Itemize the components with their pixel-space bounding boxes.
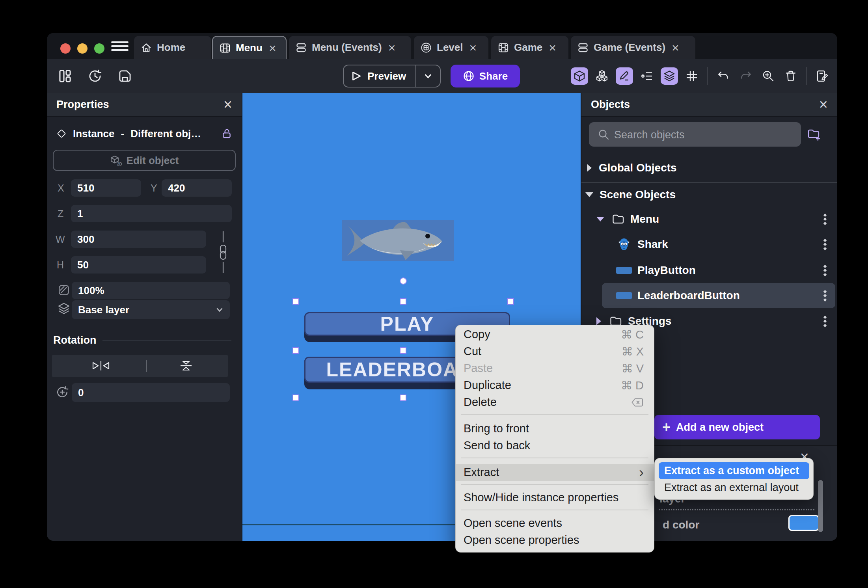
section-divider (581, 182, 837, 183)
save-icon[interactable] (116, 67, 134, 85)
tab-close-icon[interactable]: × (469, 42, 477, 54)
menu-item-copy[interactable]: Copy ⌘ C (456, 326, 654, 343)
tab-close-icon[interactable]: × (549, 42, 556, 54)
preview-button[interactable]: Preview (343, 65, 441, 87)
zoom-in-icon[interactable] (760, 67, 777, 85)
menu-item-delete[interactable]: Delete (456, 394, 654, 411)
search-objects-input[interactable] (613, 122, 797, 147)
share-button[interactable]: Share (451, 65, 520, 87)
chevron-down-icon (596, 217, 604, 221)
selection-handle[interactable] (292, 298, 299, 305)
submenu-item-extract-external-layout[interactable]: Extract as an external layout (659, 479, 809, 496)
z-field[interactable] (71, 205, 232, 222)
menu-item-show-hide-instance-properties[interactable]: Show/Hide instance properties (456, 489, 654, 506)
edit-mode-pencil-icon[interactable] (616, 67, 633, 85)
close-icon[interactable]: × (224, 99, 232, 110)
panels-layout-icon[interactable] (56, 67, 74, 85)
history-icon[interactable] (86, 67, 104, 85)
selection-handle[interactable] (292, 394, 299, 401)
object-2d-icon: 2D (110, 154, 122, 166)
chevron-down-icon[interactable] (416, 72, 440, 80)
flip-toolbar-divider (146, 360, 147, 372)
shark-sprite[interactable] (342, 220, 454, 261)
lock-aspect-ratio-icon[interactable] (217, 231, 229, 274)
folder-row-menu[interactable]: Menu (581, 207, 837, 232)
tab-home[interactable]: Home (134, 36, 211, 59)
menu-item-open-scene-events[interactable]: Open scene events (456, 515, 654, 532)
kebab-menu-icon[interactable] (823, 212, 827, 226)
instance-diamond-icon (56, 128, 67, 139)
menu-item-label: Delete (464, 396, 497, 409)
folder-icon (611, 212, 625, 226)
tab-menu-events[interactable]: Menu (Events) × (289, 36, 411, 59)
menu-item-cut[interactable]: Cut ⌘ X (456, 343, 654, 360)
selection-handle[interactable] (400, 394, 406, 401)
menu-item-extract[interactable]: Extract › (456, 464, 654, 481)
h-field[interactable] (71, 256, 206, 274)
tab-close-icon[interactable]: × (269, 42, 276, 54)
selection-handle[interactable] (400, 347, 406, 354)
folder-label: Menu (630, 213, 659, 225)
object-row-playbutton[interactable]: PlayButton (581, 258, 837, 283)
redo-icon[interactable] (737, 67, 754, 85)
play-icon (351, 71, 362, 82)
tab-game-events[interactable]: Game (Events) × (571, 36, 695, 59)
unlock-icon[interactable] (221, 128, 232, 139)
color-swatch[interactable] (788, 515, 819, 531)
menu-item-send-to-back[interactable]: Send to back (456, 437, 654, 454)
kebab-menu-icon[interactable] (823, 237, 827, 251)
object-row-shark[interactable]: Shark (581, 232, 837, 257)
menu-item-duplicate[interactable]: Duplicate ⌘ D (456, 377, 654, 394)
objects-list-icon[interactable] (593, 67, 611, 85)
grid-icon[interactable] (683, 67, 700, 85)
objects-3d-view-icon[interactable] (571, 67, 588, 85)
kebab-menu-icon[interactable] (823, 314, 827, 328)
layer-select[interactable]: Base layer (72, 300, 230, 319)
selection-handle[interactable] (507, 298, 514, 305)
tab-close-icon[interactable]: × (388, 42, 396, 54)
scrollbar-thumb[interactable] (818, 480, 823, 532)
opacity-field[interactable] (72, 282, 230, 299)
instance-object-name: Different obj… (130, 128, 201, 140)
global-objects-section[interactable]: Global Objects (581, 158, 837, 178)
w-label: W (56, 231, 65, 248)
window-close-button[interactable] (60, 43, 71, 54)
undo-icon[interactable] (715, 67, 732, 85)
tab-game-scene[interactable]: Game × (491, 36, 568, 59)
flip-horizontal-button[interactable] (90, 359, 112, 372)
w-field[interactable] (71, 231, 206, 248)
instances-list-icon[interactable] (638, 67, 656, 85)
objects-panel-title: Objects (591, 99, 630, 111)
selection-rotate-handle[interactable] (400, 277, 407, 285)
edit-object-button[interactable]: 2D Edit object (53, 150, 236, 171)
rotation-field[interactable] (72, 383, 230, 402)
object-label: LeaderboardButton (637, 289, 740, 302)
tab-menu-scene[interactable]: Menu × (212, 36, 287, 59)
edit-object-label: Edit object (127, 154, 179, 167)
kebab-menu-icon[interactable] (823, 263, 827, 277)
menu-item-bring-to-front[interactable]: Bring to front (456, 420, 654, 437)
tab-level[interactable]: Level × (414, 36, 488, 59)
flip-vertical-button[interactable] (178, 359, 194, 372)
scene-properties-icon[interactable] (814, 67, 831, 85)
window-minimize-button[interactable] (77, 43, 88, 54)
close-icon[interactable]: × (819, 99, 828, 110)
selection-handle[interactable] (292, 347, 299, 354)
selection-handle[interactable] (400, 298, 406, 305)
layers-icon[interactable] (661, 67, 678, 85)
object-row-leaderboardbutton[interactable]: LeaderboardButton (581, 283, 837, 308)
add-new-object-button[interactable]: + Add a new object (654, 415, 820, 439)
x-field[interactable] (71, 179, 141, 197)
window-zoom-button[interactable] (94, 43, 104, 54)
menu-item-open-scene-properties[interactable]: Open scene properties (456, 532, 654, 549)
tab-close-icon[interactable]: × (672, 42, 679, 54)
trash-icon[interactable] (782, 67, 799, 85)
flip-toolbar (52, 355, 228, 377)
kebab-menu-icon[interactable] (823, 288, 827, 303)
submenu-item-extract-custom-object[interactable]: Extract as a custom object (659, 462, 809, 479)
main-menu-icon[interactable] (111, 41, 129, 52)
scene-objects-section[interactable]: Scene Objects (581, 184, 837, 205)
y-field[interactable] (162, 179, 232, 197)
add-folder-icon[interactable] (807, 127, 821, 142)
menu-divider (461, 484, 648, 485)
